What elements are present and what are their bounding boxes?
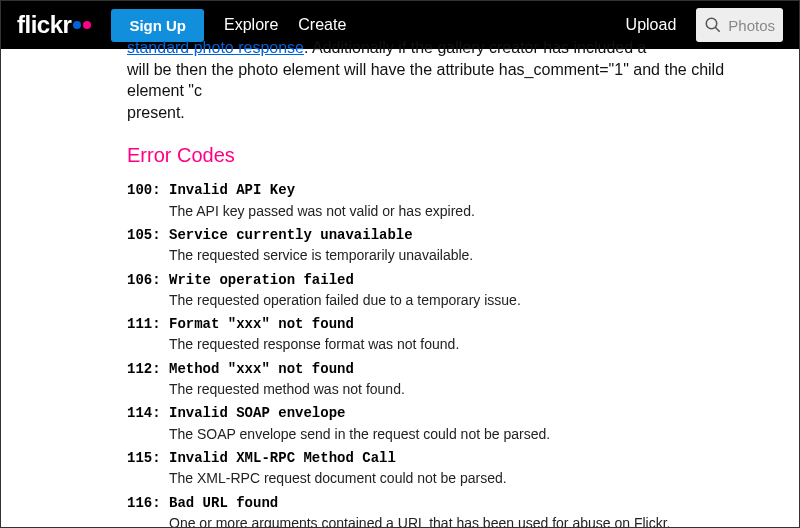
error-desc: The SOAP envelope send in the request co… — [169, 424, 775, 444]
logo[interactable]: flickr — [17, 11, 91, 39]
error-head: 115: Invalid XML-RPC Method Call — [127, 448, 775, 468]
content-area: standard photo response. Additionally if… — [1, 37, 799, 528]
error-desc: The API key passed was not valid or has … — [169, 201, 775, 221]
logo-dot-blue — [73, 21, 81, 29]
search-input[interactable]: Photos — [696, 8, 783, 42]
search-icon — [704, 16, 722, 34]
error-codes-heading: Error Codes — [127, 141, 775, 170]
search-placeholder: Photos — [728, 17, 775, 34]
error-head: 114: Invalid SOAP envelope — [127, 403, 775, 423]
error-head: 106: Write operation failed — [127, 270, 775, 290]
error-desc: The XML-RPC request document could not b… — [169, 468, 775, 488]
error-head: 112: Method "xxx" not found — [127, 359, 775, 379]
intro-paragraph: standard photo response. Additionally if… — [127, 37, 775, 123]
intro-text-2: will be then the photo element will have… — [127, 61, 724, 100]
error-desc: The requested method was not found. — [169, 379, 775, 399]
logo-dot-pink — [83, 21, 91, 29]
error-desc: The requested response format was not fo… — [169, 334, 775, 354]
intro-text-1: . Additionally if the gallery creator ha… — [304, 39, 646, 56]
intro-text-3: present. — [127, 104, 185, 121]
logo-dots — [73, 21, 91, 29]
error-desc: One or more arguments contained a URL th… — [169, 513, 775, 528]
nav-upload[interactable]: Upload — [626, 16, 677, 34]
error-head: 111: Format "xxx" not found — [127, 314, 775, 334]
standard-photo-response-link[interactable]: standard photo response — [127, 39, 304, 56]
logo-text: flickr — [17, 11, 71, 39]
error-desc: The requested service is temporarily una… — [169, 245, 775, 265]
error-head: 105: Service currently unavailable — [127, 225, 775, 245]
error-list: 100: Invalid API KeyThe API key passed w… — [127, 180, 775, 528]
error-desc: The requested operation failed due to a … — [169, 290, 775, 310]
nav-explore[interactable]: Explore — [224, 16, 278, 34]
svg-line-1 — [716, 27, 721, 32]
svg-point-0 — [707, 18, 718, 29]
error-head: 100: Invalid API Key — [127, 180, 775, 200]
nav-create[interactable]: Create — [298, 16, 346, 34]
error-head: 116: Bad URL found — [127, 493, 775, 513]
